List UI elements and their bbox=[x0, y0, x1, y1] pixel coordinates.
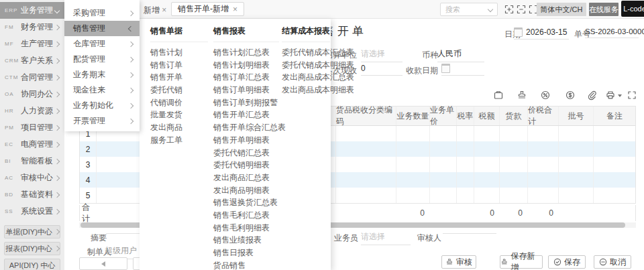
menu-item[interactable]: 发出商品明细表 bbox=[213, 184, 279, 197]
cell[interactable] bbox=[474, 188, 500, 203]
menu-item[interactable]: 销售开单 bbox=[150, 71, 208, 84]
save-button[interactable]: 保存 bbox=[548, 255, 586, 269]
cell[interactable] bbox=[559, 188, 594, 203]
cell[interactable] bbox=[559, 157, 594, 172]
cell[interactable] bbox=[474, 126, 500, 141]
menu-item[interactable]: 代销调价 bbox=[150, 96, 208, 109]
cell[interactable] bbox=[396, 172, 430, 188]
sidebar-item-hr[interactable]: HR 人力资源 bbox=[0, 103, 64, 119]
date-field[interactable]: 2026-03-15 bbox=[514, 27, 569, 40]
zoom-in-icon[interactable] bbox=[504, 5, 514, 14]
tab-close-icon[interactable]: × bbox=[162, 5, 166, 15]
prev-page-button[interactable] bbox=[79, 257, 127, 270]
sidebar-item-project[interactable]: PM 项目管理 bbox=[0, 119, 64, 136]
cell[interactable] bbox=[594, 141, 635, 157]
sidebar-item-crm[interactable]: CRM 客户关系 bbox=[0, 52, 64, 69]
cell[interactable] bbox=[594, 126, 635, 141]
sidebar-item-audit-center[interactable]: AC 审核中心 bbox=[0, 170, 64, 186]
printer-caret-icon[interactable] bbox=[618, 94, 622, 97]
cell[interactable] bbox=[430, 172, 457, 188]
salesman-field[interactable]: 请选择 bbox=[361, 231, 411, 245]
tax-class-header[interactable]: 货品税收分类编码 bbox=[336, 107, 396, 125]
lcode-button[interactable]: L-code bbox=[621, 1, 644, 17]
menu-item[interactable]: 委托代销成本明细表 bbox=[282, 59, 330, 72]
menu-item[interactable]: 销售退换货汇总表 bbox=[213, 196, 279, 209]
tax-header[interactable]: 税额 bbox=[474, 107, 500, 125]
cell[interactable] bbox=[336, 172, 396, 188]
save-and-new-button[interactable]: 保存新增 bbox=[500, 255, 543, 269]
menu-item[interactable]: 服务工单 bbox=[150, 134, 208, 147]
menu-item-purchase[interactable]: 采购管理 bbox=[64, 5, 140, 21]
menu-item-warehouse[interactable]: 仓库管理 bbox=[64, 36, 140, 52]
menu-item-sales[interactable]: 销售管理 bbox=[64, 21, 140, 36]
menu-item-init[interactable]: 业务初始化 bbox=[64, 98, 140, 113]
menu-item-period-end[interactable]: 业务期末 bbox=[64, 67, 140, 82]
note-header[interactable]: 备注 bbox=[594, 107, 635, 125]
cell[interactable] bbox=[594, 157, 635, 172]
menu-item[interactable]: 委托代销成本汇总表 bbox=[282, 46, 330, 59]
amount-header[interactable]: 货款 bbox=[500, 107, 528, 125]
tax-rate-header[interactable]: 税率 bbox=[457, 107, 474, 125]
sidebar-item-base-data[interactable]: BD 基础资料 bbox=[0, 186, 64, 203]
cell[interactable] bbox=[430, 157, 457, 172]
menu-item[interactable]: 发出商品 bbox=[150, 121, 208, 134]
cell[interactable] bbox=[474, 172, 500, 188]
menu-item[interactable]: 委托代销汇总表 bbox=[213, 147, 279, 159]
menu-item[interactable]: 销售计划汇总表 bbox=[213, 46, 279, 59]
menu-item[interactable]: 销售订单到期报警 bbox=[213, 96, 279, 109]
menu-item[interactable]: 发出商品汇总表 bbox=[213, 172, 279, 184]
cell[interactable] bbox=[500, 188, 528, 203]
cell[interactable] bbox=[457, 126, 474, 141]
doc-no-field[interactable]: SS-2026-03-00001 bbox=[585, 27, 639, 38]
menu-item[interactable]: 销售计划明细表 bbox=[213, 59, 279, 72]
menu-item[interactable]: 销售开单汇总表 bbox=[213, 109, 279, 121]
cell[interactable] bbox=[336, 157, 396, 172]
cell[interactable] bbox=[594, 188, 635, 203]
cell[interactable] bbox=[528, 141, 559, 157]
cell[interactable] bbox=[430, 188, 457, 203]
cell[interactable] bbox=[457, 188, 474, 203]
currency-field[interactable]: 人民币 bbox=[437, 48, 484, 62]
cell[interactable] bbox=[396, 188, 430, 203]
cell[interactable] bbox=[500, 172, 528, 188]
cell[interactable] bbox=[336, 126, 396, 141]
menu-item[interactable]: 批量发货 bbox=[150, 109, 208, 121]
cancel-button[interactable]: 取消 bbox=[594, 255, 631, 269]
cell[interactable] bbox=[474, 141, 500, 157]
tab-new[interactable]: 新增 × bbox=[144, 5, 166, 16]
language-button[interactable]: 简体中文/CH bbox=[537, 3, 586, 16]
tab-close-icon[interactable]: × bbox=[233, 5, 237, 14]
cell[interactable] bbox=[474, 157, 500, 172]
discount-icon[interactable] bbox=[540, 90, 551, 100]
menu-item[interactable]: 销售订单 bbox=[150, 59, 208, 72]
cell[interactable] bbox=[528, 126, 559, 141]
cell[interactable] bbox=[336, 141, 396, 157]
tab-sales-order-new[interactable]: 销售开单-新增 × bbox=[171, 2, 244, 16]
cell[interactable] bbox=[594, 172, 635, 188]
batch-header[interactable]: 批号 bbox=[559, 107, 594, 125]
cell[interactable] bbox=[528, 172, 559, 188]
cell[interactable] bbox=[528, 157, 559, 172]
sidebar-item-manufacture[interactable]: MF 生产管理 bbox=[0, 36, 64, 52]
sidebar-item-ecommerce[interactable]: EC 电商管理 bbox=[0, 136, 64, 153]
cell[interactable] bbox=[559, 126, 594, 141]
menu-item[interactable]: 销售毛利明细表 bbox=[213, 222, 279, 234]
menu-item[interactable]: 销售日报表 bbox=[213, 247, 279, 259]
menu-item[interactable]: 销售订单明细表 bbox=[213, 84, 279, 96]
cell[interactable] bbox=[559, 141, 594, 157]
cell[interactable] bbox=[430, 141, 457, 157]
paperclip-icon[interactable] bbox=[586, 90, 597, 100]
diy-api-button[interactable]: API(DIY) 中心 bbox=[4, 259, 60, 270]
menu-item[interactable]: 发出商品成本明细表 bbox=[282, 84, 330, 96]
bag-icon[interactable] bbox=[493, 90, 504, 100]
qty-header[interactable]: 业务数量 bbox=[396, 107, 430, 125]
price-header[interactable]: 业务单价 bbox=[430, 107, 457, 125]
cell[interactable] bbox=[528, 188, 559, 203]
cell[interactable] bbox=[457, 141, 474, 157]
menu-item-cash-flow[interactable]: 现金往来 bbox=[64, 82, 140, 98]
cell[interactable] bbox=[500, 157, 528, 172]
search-input[interactable]: 搜索 bbox=[440, 3, 498, 16]
sidebar-item-finance[interactable]: FM 财务管理 bbox=[0, 19, 64, 36]
menu-item[interactable]: 委托代销 bbox=[150, 84, 208, 96]
cell[interactable] bbox=[396, 141, 430, 157]
